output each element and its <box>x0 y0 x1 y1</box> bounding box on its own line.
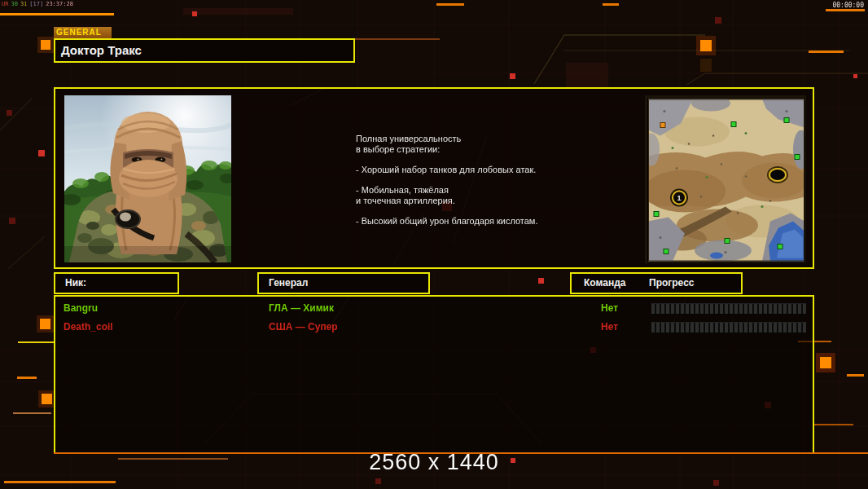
resolution-label: 2560 x 1440 <box>0 450 868 475</box>
map-preview: 1 <box>645 95 806 263</box>
general-description: Полная универсальность в выборе стратеги… <box>356 134 588 227</box>
header-general: Генерал <box>257 272 430 294</box>
debug-part: 30 <box>11 1 17 7</box>
player-general: ГЛА — Химик <box>269 302 334 314</box>
debug-part: [17] <box>29 1 43 7</box>
general-tab-label: GENERAL <box>54 27 112 38</box>
player-nick: Bangru <box>64 302 98 314</box>
header-nick-label: Ник: <box>65 277 86 289</box>
description-line: Полная универсальность <box>356 134 588 144</box>
description-line: - Мобильная, тяжёлая <box>356 185 588 196</box>
player-row: Death_coil США — Супер Нет <box>55 319 813 337</box>
description-line: и точечная артиллерия. <box>356 196 588 206</box>
header-nick: Ник: <box>54 272 179 294</box>
header-progress-label: Прогресс <box>649 274 694 293</box>
debug-clock: 23:37:28 <box>46 1 73 7</box>
general-portrait <box>64 95 231 262</box>
debug-part: 31 <box>20 1 27 7</box>
player-list-panel: Bangru ГЛА — Химик Нет Death_coil США — … <box>54 295 814 452</box>
match-timer: 00:00:00 <box>832 2 864 9</box>
general-info-panel: Полная универсальность в выборе стратеги… <box>54 87 814 269</box>
description-line: в выборе стратегии: <box>356 144 588 155</box>
progress-bar <box>651 303 806 315</box>
header-general-label: Генерал <box>269 277 308 289</box>
general-name: Доктор Тракс <box>61 43 142 57</box>
header-team-progress: Команда Прогресс <box>570 272 743 294</box>
player-general: США — Супер <box>269 321 338 333</box>
progress-bar <box>651 322 806 333</box>
header-team-label: Команда <box>584 274 625 293</box>
player-row: Bangru ГЛА — Химик Нет <box>55 300 813 318</box>
general-name-box: Доктор Тракс <box>54 38 355 63</box>
map-preview-image: 1 <box>647 98 805 262</box>
debug-part: UR <box>2 1 8 7</box>
game-loading-screen: UR3031[17]23:37:28 00:00:00 GENERAL Докт… <box>0 0 868 489</box>
description-line: - Хороший набор танков для лобовых атак. <box>356 165 588 175</box>
description-line: - Высокий общий урон благодаря кислотам. <box>356 216 588 227</box>
player-nick: Death_coil <box>64 321 113 333</box>
portrait-image <box>64 95 231 262</box>
player-team: Нет <box>601 321 618 333</box>
player-team: Нет <box>601 302 618 314</box>
map-start-marker: 1 <box>677 194 681 202</box>
debug-overlay: UR3031[17]23:37:28 <box>2 1 76 7</box>
